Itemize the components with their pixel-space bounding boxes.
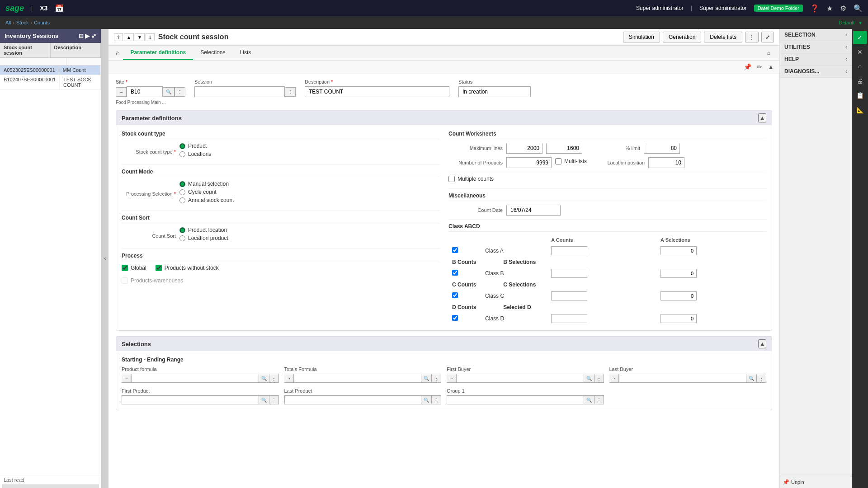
percent-limit-input[interactable] bbox=[644, 143, 680, 154]
sidebar-row-2[interactable]: B102407SES00000001 TEST SOCK COUNT bbox=[0, 75, 101, 90]
far-right-circle-btn[interactable]: ○ bbox=[853, 60, 867, 73]
maximum-lines-input2[interactable] bbox=[546, 143, 582, 154]
radio-annual[interactable]: Annual stock count bbox=[179, 197, 234, 203]
product-formula-arrow-btn[interactable]: → bbox=[122, 374, 131, 383]
multiple-counts-checkbox-label[interactable]: Multiple counts bbox=[448, 176, 494, 182]
search-icon[interactable]: 🔍 bbox=[854, 4, 863, 13]
multi-lists-checkbox[interactable] bbox=[555, 158, 561, 164]
last-buyer-arrow-btn[interactable]: → bbox=[609, 374, 619, 383]
settings-icon[interactable]: ⚙ bbox=[840, 4, 846, 13]
nav-last-btn[interactable]: ⇓ bbox=[146, 33, 155, 41]
last-product-search-btn[interactable]: 🔍 bbox=[421, 395, 432, 404]
location-position-input[interactable] bbox=[648, 157, 684, 168]
radio-product-location[interactable]: Product location bbox=[179, 227, 228, 233]
first-buyer-arrow-btn[interactable]: → bbox=[447, 374, 456, 383]
totals-formula-input[interactable] bbox=[294, 374, 422, 383]
first-buyer-input[interactable] bbox=[456, 374, 584, 383]
class-d-counts-input[interactable] bbox=[551, 314, 587, 323]
class-b-counts-input[interactable] bbox=[551, 269, 587, 278]
number-products-input[interactable] bbox=[506, 157, 552, 168]
radio-location-product[interactable]: Location product bbox=[179, 235, 228, 241]
default-link[interactable]: Default bbox=[839, 20, 854, 25]
multi-lists-checkbox-label[interactable]: Multi-lists bbox=[555, 158, 587, 164]
breadcrumb-stock[interactable]: Stock bbox=[16, 20, 29, 25]
far-right-check-btn[interactable]: ✓ bbox=[853, 31, 867, 44]
more-btn[interactable]: ⋮ bbox=[745, 32, 759, 42]
class-a-selections-input[interactable] bbox=[660, 246, 697, 255]
radio-manual-input[interactable] bbox=[179, 181, 185, 187]
tab-lists[interactable]: Lists bbox=[233, 46, 259, 60]
last-buyer-input[interactable] bbox=[619, 374, 747, 383]
help-panel-row[interactable]: HELP ‹ bbox=[780, 53, 852, 66]
radio-manual[interactable]: Manual selection bbox=[179, 181, 234, 187]
class-d-selections-input[interactable] bbox=[660, 314, 697, 323]
product-formula-search-btn[interactable]: 🔍 bbox=[259, 374, 269, 383]
expand-btn[interactable]: ⤢ bbox=[761, 32, 774, 42]
global-checkbox[interactable] bbox=[122, 265, 128, 271]
delete-lists-btn[interactable]: Delete lists bbox=[704, 32, 742, 42]
site-more-btn[interactable]: ⋮ bbox=[175, 87, 185, 97]
products-without-stock-checkbox-label[interactable]: Products without stock bbox=[156, 265, 219, 271]
group1-input[interactable] bbox=[447, 395, 584, 404]
class-c-checkbox[interactable] bbox=[452, 292, 458, 298]
totals-formula-more-btn[interactable]: ⋮ bbox=[432, 374, 441, 383]
sidebar-filter-session[interactable] bbox=[0, 58, 66, 65]
radio-locations-input[interactable] bbox=[179, 151, 185, 157]
products-warehouses-checkbox-label[interactable]: Products-warehouses bbox=[122, 277, 439, 284]
calendar-icon[interactable]: 📅 bbox=[55, 4, 64, 13]
class-d-checkbox[interactable] bbox=[452, 315, 458, 321]
far-right-ruler-btn[interactable]: 📐 bbox=[853, 103, 867, 117]
radio-cycle-input[interactable] bbox=[179, 189, 185, 195]
global-checkbox-label[interactable]: Global bbox=[122, 265, 146, 271]
selection-panel-row[interactable]: SELECTION ‹ bbox=[780, 29, 852, 41]
parameter-definitions-collapse[interactable]: ▲ bbox=[758, 113, 766, 122]
selections-collapse[interactable]: ▲ bbox=[758, 339, 766, 348]
session-more-btn[interactable]: ⋮ bbox=[285, 87, 296, 97]
sidebar-collapse-btn[interactable]: ‹ bbox=[101, 29, 108, 488]
count-date-input[interactable] bbox=[506, 205, 561, 216]
products-without-stock-checkbox[interactable] bbox=[156, 265, 162, 271]
sidebar-row-1[interactable]: A0523025ES00000001 MM Count bbox=[0, 66, 101, 75]
totals-formula-arrow-btn[interactable]: → bbox=[284, 374, 294, 383]
last-product-more-btn[interactable]: ⋮ bbox=[432, 395, 441, 404]
class-a-checkbox[interactable] bbox=[452, 247, 458, 253]
simulation-btn[interactable]: Simulation bbox=[623, 32, 660, 42]
generation-btn[interactable]: Generation bbox=[663, 32, 701, 42]
utilities-panel-row[interactable]: UTILITIES ‹ bbox=[780, 41, 852, 53]
status-input[interactable] bbox=[458, 86, 531, 97]
session-input[interactable] bbox=[194, 86, 285, 97]
star-icon[interactable]: ★ bbox=[826, 4, 833, 13]
site-input[interactable] bbox=[127, 86, 163, 97]
first-product-input[interactable] bbox=[122, 395, 259, 404]
first-product-search-btn[interactable]: 🔍 bbox=[259, 395, 269, 404]
last-product-input[interactable] bbox=[284, 395, 422, 404]
far-right-x-btn[interactable]: ✕ bbox=[853, 45, 867, 59]
group1-search-btn[interactable]: 🔍 bbox=[584, 395, 594, 404]
class-b-selections-input[interactable] bbox=[660, 269, 697, 278]
radio-location-product-input[interactable] bbox=[179, 235, 185, 241]
nav-prev-btn[interactable]: ▲ bbox=[124, 33, 134, 41]
far-right-print-btn[interactable]: 🖨 bbox=[853, 74, 867, 88]
class-c-counts-input[interactable] bbox=[551, 291, 587, 300]
product-formula-more-btn[interactable]: ⋮ bbox=[269, 374, 279, 383]
class-c-selections-input[interactable] bbox=[660, 291, 697, 300]
product-formula-input[interactable] bbox=[131, 374, 259, 383]
nav-first-btn[interactable]: ⇑ bbox=[114, 33, 123, 41]
last-buyer-more-btn[interactable]: ⋮ bbox=[757, 374, 766, 383]
folder-label[interactable]: Datel Demo Folder bbox=[754, 5, 803, 12]
description-input[interactable] bbox=[305, 86, 449, 97]
radio-product-location-input[interactable] bbox=[179, 227, 185, 233]
multiple-counts-checkbox[interactable] bbox=[448, 176, 455, 182]
radio-locations[interactable]: Locations bbox=[179, 151, 211, 157]
far-right-clipboard-btn[interactable]: 📋 bbox=[853, 89, 867, 102]
help-icon[interactable]: ❓ bbox=[810, 4, 819, 13]
site-search-btn[interactable]: 🔍 bbox=[163, 87, 175, 97]
tab-home[interactable]: ⌂ bbox=[112, 46, 123, 60]
radio-product[interactable]: Product bbox=[179, 143, 211, 149]
class-b-checkbox[interactable] bbox=[452, 270, 458, 276]
last-buyer-search-btn[interactable]: 🔍 bbox=[746, 374, 757, 383]
class-a-counts-input[interactable] bbox=[551, 246, 587, 255]
radio-cycle[interactable]: Cycle count bbox=[179, 189, 234, 195]
first-product-more-btn[interactable]: ⋮ bbox=[269, 395, 279, 404]
totals-formula-search-btn[interactable]: 🔍 bbox=[421, 374, 432, 383]
